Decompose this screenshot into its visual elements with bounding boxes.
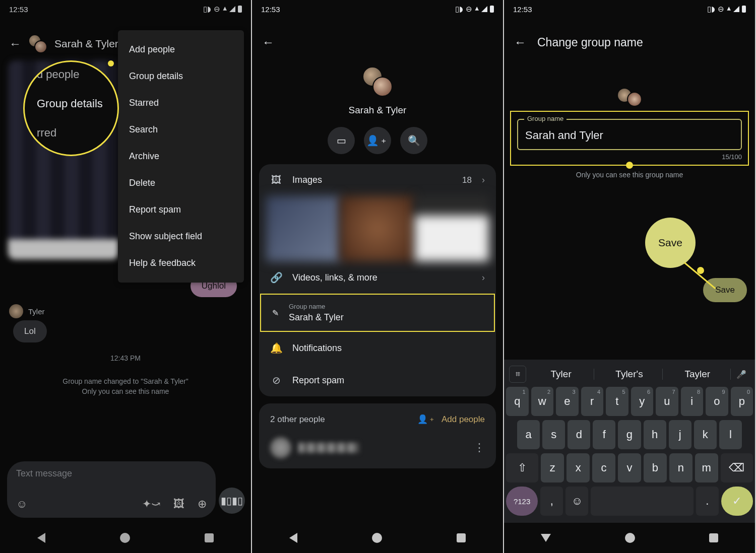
voice-message-button[interactable]: ▮▯▮▯ bbox=[219, 488, 245, 514]
key-j[interactable]: j bbox=[669, 420, 691, 449]
key-c[interactable]: c bbox=[592, 453, 615, 482]
menu-starred[interactable]: Starred bbox=[118, 90, 244, 116]
nav-back[interactable] bbox=[37, 533, 45, 543]
system-message: Group name changed to "Sarah & Tyler" On… bbox=[0, 377, 251, 396]
image-thumbnails[interactable] bbox=[266, 196, 489, 261]
menu-add-people[interactable]: Add people bbox=[118, 36, 244, 63]
video-call-button[interactable]: ▭ bbox=[328, 127, 355, 154]
back-icon[interactable]: ← bbox=[514, 35, 526, 49]
comma-key[interactable]: , bbox=[540, 487, 563, 516]
key-s[interactable]: s bbox=[542, 420, 565, 449]
group-name-input[interactable] bbox=[525, 129, 734, 142]
enter-key[interactable]: ✓ bbox=[721, 487, 753, 516]
sender-name: Tyler bbox=[28, 307, 45, 316]
key-b[interactable]: b bbox=[644, 453, 667, 482]
nav-recent[interactable] bbox=[205, 533, 214, 542]
message-incoming[interactable]: Lol bbox=[13, 320, 47, 342]
sender-avatar[interactable] bbox=[9, 304, 23, 318]
images-count: 18 bbox=[462, 175, 472, 185]
key-a[interactable]: a bbox=[517, 420, 540, 449]
dnd-icon: ⊖ bbox=[466, 5, 472, 14]
emoji-icon[interactable]: ☺ bbox=[16, 498, 27, 511]
key-f[interactable]: f bbox=[593, 420, 615, 449]
menu-search[interactable]: Search bbox=[118, 116, 244, 143]
space-key[interactable] bbox=[591, 487, 693, 516]
key-w[interactable]: w2 bbox=[531, 387, 554, 416]
key-e[interactable]: e3 bbox=[556, 387, 579, 416]
nav-recent[interactable] bbox=[709, 533, 718, 542]
key-d[interactable]: d bbox=[568, 420, 590, 449]
chat-title[interactable]: Sarah & Tyler bbox=[54, 38, 118, 50]
nav-bar bbox=[504, 523, 755, 553]
menu-delete[interactable]: Delete bbox=[118, 170, 244, 196]
key-h[interactable]: h bbox=[644, 420, 666, 449]
key-l[interactable]: l bbox=[719, 420, 742, 449]
group-name-label: Group name bbox=[289, 303, 344, 310]
menu-report-spam[interactable]: Report spam bbox=[118, 196, 244, 223]
backspace-key[interactable]: ⌫ bbox=[721, 453, 753, 482]
key-m[interactable]: m bbox=[695, 453, 718, 482]
key-k[interactable]: k bbox=[694, 420, 717, 449]
key-z[interactable]: z bbox=[541, 453, 564, 482]
notifications-row[interactable]: 🔔 Notifications bbox=[259, 332, 496, 364]
person-row[interactable]: ⋮ bbox=[270, 437, 485, 458]
images-row[interactable]: 🖼 Images 18 › bbox=[259, 164, 496, 196]
shift-key[interactable]: ⇧ bbox=[506, 453, 538, 482]
spam-icon: ⊘ bbox=[270, 374, 282, 386]
back-icon[interactable]: ← bbox=[262, 35, 274, 49]
vibrate-icon: ▯◗ bbox=[707, 5, 715, 14]
group-name-field[interactable]: Group name bbox=[517, 119, 742, 150]
menu-show-subject[interactable]: Show subject field bbox=[118, 223, 244, 250]
add-people-link[interactable]: 👤﹢ Add people bbox=[417, 413, 485, 425]
callout-dot bbox=[108, 60, 114, 66]
nav-recent[interactable] bbox=[457, 533, 466, 542]
save-button[interactable]: Save bbox=[703, 278, 747, 302]
group-name-title: Sarah & Tyler bbox=[349, 105, 407, 116]
nav-home[interactable] bbox=[625, 533, 635, 543]
key-t[interactable]: t5 bbox=[606, 387, 628, 416]
page-title: Change group name bbox=[537, 36, 643, 49]
menu-group-details[interactable]: Group details bbox=[118, 63, 244, 90]
notifications-label: Notifications bbox=[292, 343, 485, 354]
key-o[interactable]: o9 bbox=[706, 387, 728, 416]
gallery-icon[interactable]: 🖼 bbox=[173, 498, 184, 511]
numeric-key[interactable]: ?123 bbox=[506, 487, 538, 516]
nav-home[interactable] bbox=[120, 533, 130, 543]
group-name-row[interactable]: ✎ Group name Sarah & Tyler bbox=[260, 294, 495, 332]
keyboard-alt-icon[interactable]: ⌗ bbox=[509, 366, 526, 383]
key-x[interactable]: x bbox=[566, 453, 590, 482]
group-avatar[interactable] bbox=[28, 34, 47, 53]
period-key[interactable]: . bbox=[696, 487, 719, 516]
attach-icon[interactable]: ⊕ bbox=[198, 498, 207, 511]
report-spam-row[interactable]: ⊘ Report spam bbox=[259, 364, 496, 396]
emoji-key[interactable]: ☺ bbox=[565, 487, 588, 516]
key-v[interactable]: v bbox=[618, 453, 641, 482]
compose-box[interactable]: Text message ☺ ✦⤻ 🖼 ⊕ bbox=[7, 461, 216, 518]
key-p[interactable]: p0 bbox=[731, 387, 753, 416]
suggestion-3[interactable]: Tayler bbox=[665, 369, 731, 380]
other-people-label: 2 other people bbox=[270, 414, 325, 425]
mic-icon[interactable]: 🎤 bbox=[733, 366, 750, 383]
search-button[interactable]: 🔍 bbox=[400, 127, 427, 154]
key-r[interactable]: r4 bbox=[581, 387, 604, 416]
key-n[interactable]: n bbox=[669, 453, 692, 482]
key-i[interactable]: i8 bbox=[681, 387, 704, 416]
key-q[interactable]: q1 bbox=[506, 387, 529, 416]
key-u[interactable]: u7 bbox=[656, 387, 678, 416]
key-y[interactable]: y6 bbox=[631, 387, 654, 416]
magic-compose-icon[interactable]: ✦⤻ bbox=[142, 498, 160, 511]
suggestion-1[interactable]: Tyler bbox=[528, 369, 594, 380]
more-icon[interactable]: ⋮ bbox=[474, 441, 485, 454]
menu-help[interactable]: Help & feedback bbox=[118, 250, 244, 276]
nav-hide-keyboard[interactable] bbox=[541, 534, 551, 542]
nav-home[interactable] bbox=[372, 533, 382, 543]
group-avatar[interactable] bbox=[362, 66, 393, 97]
add-person-button[interactable]: 👤﹢ bbox=[364, 127, 391, 154]
suggestion-2[interactable]: Tyler's bbox=[596, 369, 662, 380]
nav-back[interactable] bbox=[289, 533, 297, 543]
back-icon[interactable]: ← bbox=[9, 37, 21, 51]
key-g[interactable]: g bbox=[618, 420, 641, 449]
chevron-right-icon: › bbox=[482, 272, 485, 283]
menu-archive[interactable]: Archive bbox=[118, 143, 244, 170]
videos-links-row[interactable]: 🔗 Videos, links, & more › bbox=[259, 261, 496, 294]
